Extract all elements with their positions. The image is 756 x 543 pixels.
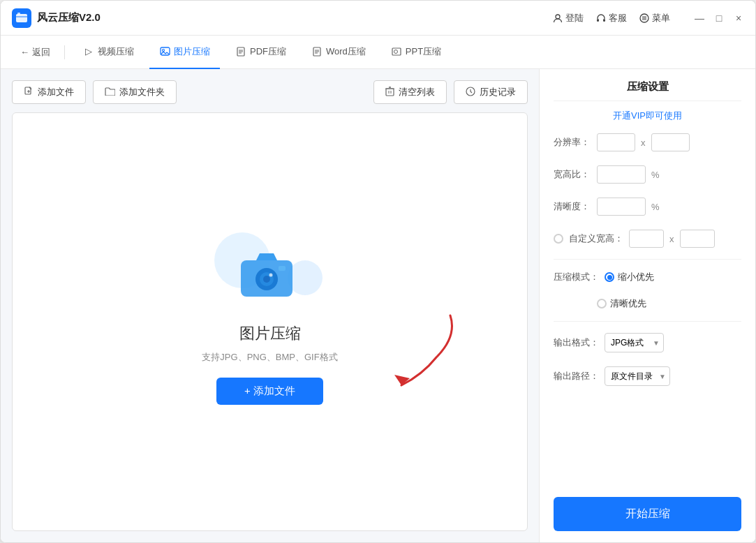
ratio-label: 宽高比： (554, 168, 591, 181)
back-arrow-icon: ← (20, 47, 29, 57)
toolbar: 添加文件 添加文件夹 (12, 80, 528, 104)
clarity-first-option[interactable]: 清晰优先 (597, 297, 646, 310)
history-icon (466, 87, 475, 98)
custom-w-input[interactable] (629, 230, 664, 248)
camera-icon (235, 246, 298, 302)
ppt-icon (391, 46, 402, 57)
clarity-unit: % (651, 202, 660, 212)
output-format-label: 输出格式： (554, 336, 599, 349)
add-file-icon (24, 87, 34, 98)
add-file-main-button[interactable]: + 添加文件 (216, 378, 323, 405)
custom-label: 自定义宽高： (569, 232, 623, 245)
pdf-icon (235, 46, 246, 57)
arrow-indicator (380, 308, 464, 399)
resolution-row: 分辨率： x (554, 131, 741, 154)
app-logo (12, 8, 31, 28)
resolution-x-input[interactable] (597, 133, 635, 151)
menu-button[interactable]: 菜单 (639, 12, 670, 24)
resolution-y-input[interactable] (651, 133, 690, 151)
add-folder-button[interactable]: 添加文件夹 (93, 80, 177, 104)
output-format-select[interactable]: JPG格式 PNG格式 BMP格式 GIF格式 (605, 333, 664, 352)
minimize-button[interactable]: — (694, 13, 705, 24)
output-path-row: 输出路径： 原文件目录 自定义目录 ▼ (554, 364, 741, 389)
ratio-row: 宽高比： % (554, 163, 741, 186)
login-button[interactable]: 登陆 (553, 12, 584, 24)
menu-icon (639, 13, 649, 23)
user-icon (553, 13, 563, 23)
maximize-button[interactable]: □ (713, 13, 725, 24)
service-button[interactable]: 客服 (596, 12, 627, 24)
start-compress-button[interactable]: 开始压缩 (554, 497, 741, 531)
clarity-row: 清晰度： % (554, 195, 741, 218)
headphone-icon (596, 13, 606, 23)
svg-rect-36 (279, 266, 286, 271)
clarity-input[interactable] (597, 198, 646, 216)
output-path-select[interactable]: 原文件目录 自定义目录 (605, 366, 670, 386)
output-format-row: 输出格式： JPG格式 PNG格式 BMP格式 GIF格式 ▼ (554, 330, 741, 355)
svg-point-35 (269, 273, 272, 276)
tab-video[interactable]: ▷ 视频压缩 (73, 36, 144, 69)
custom-h-input[interactable] (680, 230, 715, 248)
resolution-label: 分辨率： (554, 136, 591, 149)
svg-point-34 (263, 276, 270, 283)
toolbar-right: 清空列表 历史记录 (373, 80, 528, 104)
app-window: 风云压缩V2.0 登陆 客服 (0, 0, 756, 543)
svg-point-11 (162, 50, 164, 52)
trash-icon (385, 87, 394, 98)
tab-image[interactable]: 图片压缩 (149, 36, 220, 69)
tab-word[interactable]: Word压缩 (302, 36, 376, 69)
tab-pdf[interactable]: PDF压缩 (225, 36, 296, 69)
folder-icon (105, 87, 115, 98)
custom-radio[interactable] (554, 234, 563, 244)
x-separator: x (641, 137, 646, 148)
output-path-label: 输出路径： (554, 370, 599, 382)
svg-point-21 (394, 50, 397, 53)
divider-2 (554, 321, 741, 322)
output-format-wrapper: JPG格式 PNG格式 BMP格式 GIF格式 ▼ (605, 333, 664, 352)
ratio-input[interactable] (597, 165, 646, 184)
close-button[interactable]: × (733, 13, 744, 24)
navbar: ← 返回 ▷ 视频压缩 图片压缩 (1, 36, 755, 69)
vip-link[interactable]: 开通VIP即可使用 (554, 110, 741, 122)
drop-subtitle: 支持JPG、PNG、BMP、GIF格式 (202, 351, 337, 364)
titlebar-controls: 登陆 客服 菜单 — □ (553, 12, 744, 24)
svg-rect-4 (597, 19, 599, 22)
output-path-wrapper: 原文件目录 自定义目录 ▼ (605, 366, 670, 386)
app-title: 风云压缩V2.0 (37, 11, 553, 24)
clarity-first-row: 清晰优先 (554, 295, 741, 313)
svg-rect-20 (392, 48, 401, 55)
clear-list-button[interactable]: 清空列表 (373, 80, 447, 104)
custom-size-row: 自定义宽高： x (554, 227, 741, 251)
shrink-radio-dot (607, 275, 612, 280)
ratio-unit: % (651, 170, 660, 180)
camera-wrapper (228, 239, 312, 309)
svg-marker-37 (394, 375, 410, 385)
left-panel: 添加文件 添加文件夹 (1, 69, 539, 542)
history-button[interactable]: 历史记录 (454, 80, 528, 104)
nav-divider (64, 45, 65, 59)
svg-rect-25 (386, 89, 394, 96)
svg-rect-0 (16, 14, 27, 22)
clarity-label: 清晰度： (554, 200, 591, 213)
spacer (554, 397, 741, 489)
tab-ppt[interactable]: PPT压缩 (381, 36, 451, 69)
drop-area: 图片压缩 支持JPG、PNG、BMP、GIF格式 + 添加文件 (12, 112, 528, 531)
clarity-radio[interactable] (597, 299, 607, 308)
shrink-radio[interactable] (605, 272, 614, 282)
settings-title: 压缩设置 (554, 80, 741, 101)
compress-mode-label: 压缩模式： (554, 271, 599, 283)
custom-x-separator: x (669, 234, 674, 244)
video-icon: ▷ (83, 46, 94, 57)
compress-mode-row: 压缩模式： 缩小优先 (554, 268, 741, 286)
add-file-toolbar-button[interactable]: 添加文件 (12, 80, 86, 104)
word-icon (311, 46, 323, 57)
svg-rect-1 (17, 13, 20, 15)
main-content: 添加文件 添加文件夹 (1, 69, 755, 542)
divider-1 (554, 259, 741, 260)
window-controls: — □ × (694, 13, 744, 24)
shrink-first-option[interactable]: 缩小优先 (605, 271, 654, 283)
svg-rect-5 (603, 19, 605, 22)
titlebar: 风云压缩V2.0 登陆 客服 (1, 1, 755, 36)
back-button[interactable]: ← 返回 (15, 43, 56, 61)
drop-title: 图片压缩 (239, 323, 301, 344)
